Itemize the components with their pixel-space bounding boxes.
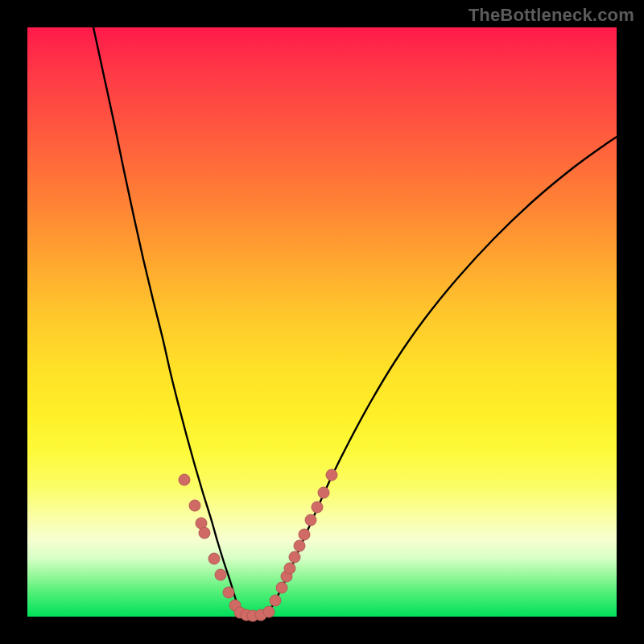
scatter-dot	[215, 569, 226, 580]
scatter-dot	[276, 582, 287, 593]
scatter-dot	[223, 587, 234, 598]
scatter-dot	[318, 487, 329, 498]
scatter-dot	[208, 553, 220, 564]
v-curve-line	[93, 27, 617, 616]
plot-frame	[27, 27, 617, 617]
watermark-text: TheBottleneck.com	[469, 5, 634, 26]
scatter-dot	[270, 595, 281, 606]
scatter-dot	[179, 474, 190, 485]
scatter-dot	[294, 540, 305, 551]
scatter-dot	[263, 606, 275, 617]
scatter-dot	[299, 529, 310, 540]
scatter-dot	[289, 551, 300, 563]
scatter-dot	[189, 500, 200, 511]
scatter-dot	[284, 563, 295, 574]
scatter-dot	[312, 502, 323, 513]
scatter-dot	[305, 514, 316, 526]
chart-svg	[27, 27, 617, 617]
scatter-dot	[326, 469, 337, 481]
scatter-dot	[199, 527, 210, 539]
